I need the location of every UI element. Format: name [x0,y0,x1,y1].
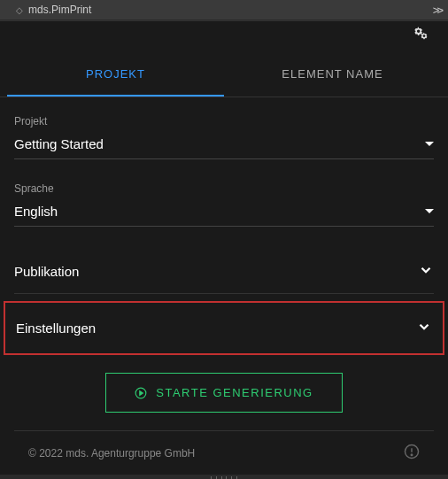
sprache-label: Sprache [14,182,434,195]
svg-point-4 [411,454,413,456]
copyright-text: © 2022 mds. Agenturgruppe GmbH [28,447,195,460]
resize-handle[interactable] [0,475,448,479]
generate-button-label: STARTE GENERIERUNG [156,386,313,399]
sprache-select[interactable]: English [14,200,434,227]
projekt-field-group: Projekt Getting Started [14,115,434,159]
projekt-select[interactable]: Getting Started [14,133,434,159]
accordion-einstellungen-label: Einstellungen [16,321,96,336]
svg-marker-1 [140,390,143,395]
tab-projekt[interactable]: PROJEKT [7,53,224,97]
accordion-publikation[interactable]: Publikation [14,250,434,294]
sprache-value: English [14,204,58,219]
alert-icon[interactable] [404,444,420,462]
footer: © 2022 mds. Agenturgruppe GmbH [14,430,434,475]
tab-bar: PROJEKT ELEMENT NAME [0,53,448,97]
tab-element-name[interactable]: ELEMENT NAME [224,53,441,97]
panel-title: mds.PimPrint [28,4,91,16]
drag-handle-icon [211,476,237,478]
caret-down-icon [425,142,434,146]
panel-tab[interactable]: ◇ mds.PimPrint [7,0,100,19]
gears-icon[interactable] [414,27,432,48]
caret-down-icon [425,209,434,213]
header [0,20,448,53]
accordion-publikation-label: Publikation [14,264,79,279]
play-icon [135,387,147,399]
projekt-label: Projekt [14,115,434,127]
accordion-einstellungen[interactable]: Einstellungen [4,301,444,355]
generate-button[interactable]: STARTE GENERIERUNG [105,373,342,413]
sprache-field-group: Sprache English [14,182,434,227]
chevron-down-icon [416,319,432,337]
titlebar: ◇ mds.PimPrint >> [0,0,448,20]
chevron-down-icon [418,262,434,281]
content-area: Projekt Getting Started Sprache English … [0,97,448,475]
projekt-value: Getting Started [14,136,104,151]
chevron-right-icon[interactable]: >> [433,4,441,17]
diamond-icon: ◇ [16,5,23,15]
